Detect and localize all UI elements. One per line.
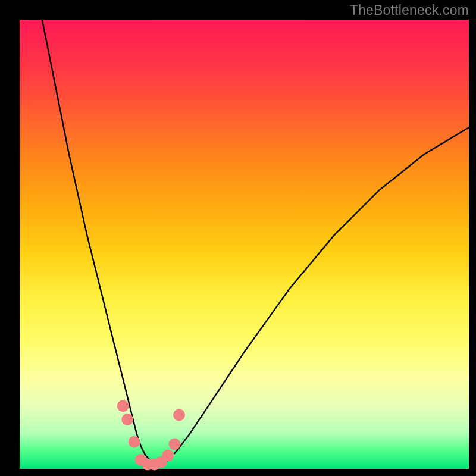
curve-marker	[162, 449, 174, 461]
curve-marker	[121, 414, 133, 425]
chart-svg	[20, 20, 469, 469]
curve-markers	[117, 400, 185, 470]
curve-marker	[129, 436, 140, 448]
chart-frame: TheBottleneck.com	[0, 0, 476, 476]
plot-area	[20, 20, 469, 469]
bottleneck-curve	[42, 20, 469, 465]
curve-marker	[169, 439, 181, 450]
watermark-text: TheBottleneck.com	[350, 2, 469, 18]
curve-marker	[117, 400, 129, 412]
curve-marker	[173, 409, 185, 421]
